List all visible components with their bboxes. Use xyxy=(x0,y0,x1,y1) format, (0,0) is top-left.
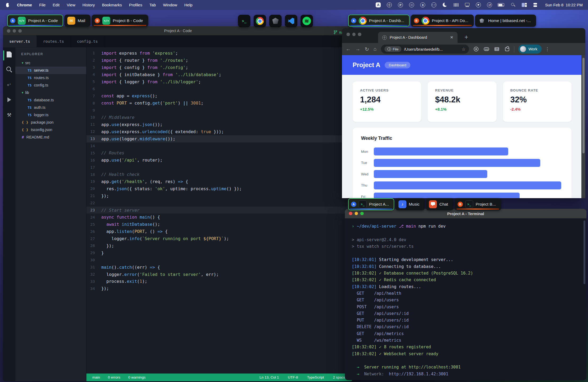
explorer-item-logger-ts[interactable]: TSlogger.ts xyxy=(15,111,86,119)
scrollbar-thumb[interactable] xyxy=(582,58,585,153)
extension-folder-icon[interactable] xyxy=(494,46,500,52)
bar[interactable] xyxy=(374,159,540,167)
zoom-window-button[interactable] xyxy=(18,29,22,33)
vscode-icon[interactable] xyxy=(285,15,297,27)
code-line[interactable]: 14 xyxy=(86,142,353,150)
code-line[interactable]: 22 xyxy=(86,199,353,207)
switcher-tab-home-bitbased-net[interactable]: Home | bitbased.net -... xyxy=(475,15,536,27)
switcher-tab-chat[interactable]: Chat xyxy=(426,198,453,210)
menu-clock[interactable]: Sun Feb 8 10:22 PM xyxy=(545,3,583,7)
code-line[interactable]: 9 xyxy=(86,107,353,114)
moon-icon[interactable] xyxy=(442,2,448,8)
badge-p-icon[interactable] xyxy=(397,2,403,8)
code-line[interactable]: 28 }); xyxy=(86,242,353,249)
code-line[interactable]: 19app.get('/health', (req, res) => { xyxy=(86,178,353,185)
menu-item-edit[interactable]: Edit xyxy=(53,3,60,7)
explorer-item-tsconfig-json[interactable]: { }tsconfig.json xyxy=(15,126,86,133)
back-icon[interactable]: ← xyxy=(346,46,351,52)
code-line[interactable]: 2import { router } from './routes'; xyxy=(86,57,353,64)
explorer-item-auth-ts[interactable]: TSauth.ts xyxy=(15,104,86,111)
code-line[interactable]: 1import express from 'express'; xyxy=(86,50,353,57)
code-line[interactable]: 20 res.json({ status: 'ok', uptime: proc… xyxy=(86,185,353,192)
menu-item-file[interactable]: File xyxy=(39,3,46,7)
code-line[interactable]: 31main().catch((err) => { xyxy=(86,264,353,271)
terminal-icon[interactable] xyxy=(238,15,250,27)
explorer-item-database-ts[interactable]: TSdatabase.ts xyxy=(15,96,86,104)
code-line[interactable]: 24async function main() { xyxy=(86,214,353,221)
explorer-item-package-json[interactable]: { }package.json xyxy=(15,119,86,126)
url-text[interactable]: /Users/brantwedel/b... xyxy=(404,47,443,51)
status-item-utf-8[interactable]: UTF-8 xyxy=(288,375,298,379)
status-item-typescript[interactable]: TypeScript xyxy=(307,375,324,379)
close-window-button[interactable] xyxy=(7,29,10,33)
switcher-tab-project-a[interactable]: AProject A... xyxy=(348,198,394,210)
zoom-window-button[interactable] xyxy=(358,33,361,36)
status-item-main[interactable]: main xyxy=(92,375,100,379)
menu-item-history[interactable]: History xyxy=(82,3,95,7)
extension-circle-icon[interactable] xyxy=(473,46,479,52)
vscode-title-bar[interactable]: Project A - Code xyxy=(3,26,353,35)
code-line[interactable]: 33 process.exit(1); xyxy=(86,278,353,285)
status-item-0-warnings[interactable]: 0 warnings xyxy=(128,375,146,379)
code-line[interactable]: 3import { config } from './config'; xyxy=(86,64,353,71)
apple-menu-icon[interactable] xyxy=(5,2,10,7)
window-tiles-icon[interactable] xyxy=(521,2,527,8)
bar[interactable] xyxy=(374,147,508,155)
browser-tab[interactable]: Project A - Dashboard ✕ xyxy=(378,32,458,43)
code-editor[interactable]: 1import express from 'express';2import {… xyxy=(86,47,353,381)
switcher-tab-music[interactable]: Music xyxy=(396,198,425,210)
minimize-window-button[interactable] xyxy=(13,29,16,33)
run-debug-icon[interactable] xyxy=(6,96,13,103)
forward-icon[interactable]: → xyxy=(355,46,360,52)
menu-item-window[interactable]: Window xyxy=(163,3,177,7)
code-line[interactable]: 10// Middleware xyxy=(86,114,353,121)
extension-goggles-icon[interactable] xyxy=(484,46,489,52)
switcher-tab-mail[interactable]: Mail xyxy=(64,15,90,27)
zoom-window-button[interactable] xyxy=(360,212,364,215)
close-window-button[interactable] xyxy=(346,33,350,36)
code-line[interactable]: 34}); xyxy=(86,285,353,292)
code-line[interactable]: 29} xyxy=(86,249,353,257)
code-line[interactable]: 11app.use(express.json()); xyxy=(86,121,353,128)
close-window-button[interactable] xyxy=(349,212,352,215)
waveform-icon[interactable] xyxy=(453,2,459,8)
close-tab-icon[interactable]: ✕ xyxy=(450,35,453,40)
explorer-item-routes-ts[interactable]: TSroutes.ts xyxy=(15,74,86,81)
explorer-item-lib[interactable]: ▾lib xyxy=(15,89,86,96)
home-icon[interactable]: ⌂ xyxy=(374,46,376,52)
menu-item-bookmarks[interactable]: Bookmarks xyxy=(102,3,122,7)
toggles-icon[interactable] xyxy=(532,2,538,8)
play-circle-icon[interactable] xyxy=(475,2,481,8)
menu-item-profiles[interactable]: Profiles xyxy=(129,3,142,7)
explorer-item-config-ts[interactable]: TSconfig.ts xyxy=(15,81,86,89)
minimize-window-button[interactable] xyxy=(355,212,358,215)
zero-icon[interactable] xyxy=(420,2,426,8)
code-line[interactable]: 18// Health check xyxy=(86,171,353,178)
source-control-icon[interactable]: o° xyxy=(6,81,13,88)
display-icon[interactable] xyxy=(464,2,470,8)
explorer-icon[interactable] xyxy=(6,51,13,58)
code-line[interactable]: 12app.use(express.urlencoded({ extended:… xyxy=(86,128,353,135)
switcher-tab-project-b[interactable]: BProject B... xyxy=(455,198,501,210)
explorer-item-src[interactable]: ▾src xyxy=(15,59,86,67)
editor-tab-routes-ts[interactable]: routes.ts xyxy=(37,35,71,47)
boxed-a-icon[interactable] xyxy=(375,2,381,8)
switcher-tab-project-b-code[interactable]: BProject B - Code xyxy=(92,15,148,27)
menu-item-view[interactable]: View xyxy=(67,3,75,7)
code-line[interactable]: 5import { logger } from '../lib/logger'; xyxy=(86,78,353,85)
new-tab-button[interactable]: + xyxy=(464,33,468,41)
code-line[interactable]: 30 xyxy=(86,257,353,264)
battery-icon[interactable] xyxy=(498,2,505,8)
bar[interactable] xyxy=(374,181,561,189)
code-line[interactable]: 8const PORT = config.get('port') || 3001… xyxy=(86,99,353,107)
explorer-item-readme-md[interactable]: #README.md xyxy=(15,133,86,141)
search-icon[interactable] xyxy=(6,66,13,73)
code-line[interactable]: 7const app = express(); xyxy=(86,92,353,99)
explorer-item-server-ts[interactable]: TSserver.ts xyxy=(15,67,86,74)
spotify-icon[interactable] xyxy=(301,15,313,27)
terminal-scrollbar-thumb[interactable] xyxy=(583,220,585,284)
terminal-output[interactable]: › ~/dev/api-server ⎇ main npm run dev > … xyxy=(345,218,586,380)
code-line[interactable]: 27 logger.info(`Server running on port $… xyxy=(86,235,353,242)
code-line[interactable]: 17 xyxy=(86,164,353,171)
code-line[interactable]: 4import { initDatabase } from '../lib/da… xyxy=(86,71,353,78)
